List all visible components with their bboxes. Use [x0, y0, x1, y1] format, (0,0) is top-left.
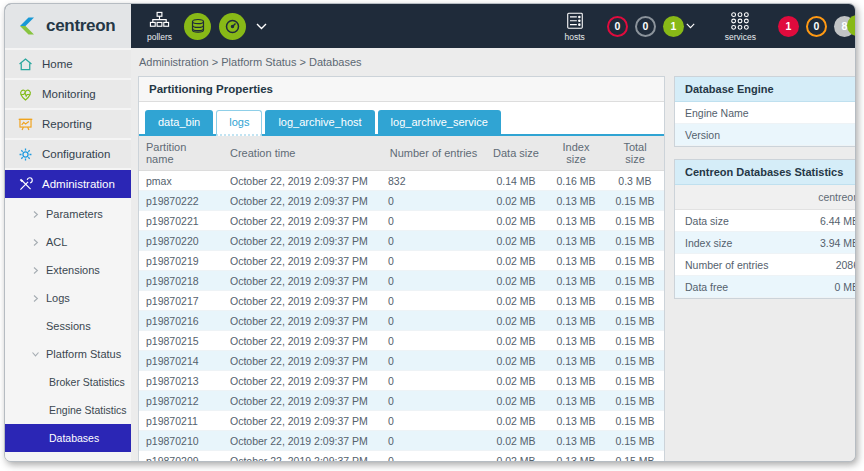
sidebar-item-about[interactable]: About [5, 452, 131, 462]
services-menu[interactable]: services [725, 11, 756, 42]
sidebar-item-label: Administration [42, 178, 115, 190]
cell-partition-name: pmax [139, 171, 223, 191]
breadcrumb[interactable]: Administration > Platform Status > Datab… [131, 48, 855, 76]
sidebar-item-administration[interactable]: Administration [5, 170, 131, 198]
stat-row: Data size 6.44 MB [675, 210, 855, 232]
cell-partition-name: p19870213 [139, 371, 223, 391]
table-row: p19870220 October 22, 2019 2:09:37 PM 0 … [139, 231, 664, 251]
sidebar-item-logs[interactable]: Logs [5, 284, 131, 312]
cell-creation-time: October 22, 2019 2:09:37 PM [223, 191, 381, 211]
database-icon [190, 18, 206, 34]
cell-index-size: 0.13 MB [546, 351, 606, 371]
chevron-right-icon [31, 265, 40, 276]
partition-table: Partition nameCreation timeNumber of ent… [139, 136, 664, 462]
cell-data-size: 0.02 MB [486, 291, 546, 311]
hosts-up-badge[interactable]: 1 [663, 16, 684, 37]
sidebar-item-engine-statistics[interactable]: Engine Statistics [5, 396, 131, 424]
cell-partition-name: p19870222 [139, 191, 223, 211]
table-row: p19870215 October 22, 2019 2:09:37 PM 0 … [139, 331, 664, 351]
cell-number-of-entries: 0 [381, 311, 486, 331]
cell-number-of-entries: 832 [381, 171, 486, 191]
cell-total-size: 0.3 MB [606, 171, 664, 191]
sidebar-item-broker-statistics[interactable]: Broker Statistics [5, 368, 131, 396]
sidebar-item-label: About [46, 460, 75, 462]
cell-partition-name: p19870220 [139, 231, 223, 251]
cell-number-of-entries: 0 [381, 191, 486, 211]
logo[interactable]: centreon [5, 4, 131, 48]
pollers-label: pollers [147, 32, 172, 42]
hosts-menu[interactable]: hosts [564, 11, 584, 42]
sidebar-item-label: Databases [49, 432, 99, 444]
cell-data-size: 0.02 MB [486, 391, 546, 411]
table-header-row: Partition nameCreation timeNumber of ent… [139, 136, 664, 171]
table-row: p19870212 October 22, 2019 2:09:37 PM 0 … [139, 391, 664, 411]
cell-data-size: 0.02 MB [486, 371, 546, 391]
sidebar-item-reporting[interactable]: Reporting [5, 110, 131, 138]
sidebar-item-platform-status[interactable]: Platform Status [5, 340, 131, 368]
hosts-dropdown-toggle[interactable] [686, 23, 695, 29]
column-header: Number of entries [381, 136, 486, 171]
services-warning-badge[interactable]: 0 [806, 16, 827, 37]
sidebar-item-label: Platform Status [46, 348, 121, 360]
cell-total-size: 0.15 MB [606, 451, 664, 463]
hosts-unreachable-badge[interactable]: 0 [635, 16, 656, 37]
cell-total-size: 0.15 MB [606, 391, 664, 411]
tab-logs[interactable]: logs [216, 110, 262, 136]
table-row: p19870216 October 22, 2019 2:09:37 PM 0 … [139, 311, 664, 331]
cell-total-size: 0.15 MB [606, 411, 664, 431]
sidebar-item-label: Extensions [46, 264, 100, 276]
main-content: Administration > Platform Status > Datab… [131, 48, 855, 462]
stats-rows: Data size 6.44 MB Index size 3.94 MB [675, 210, 855, 298]
column-header: Data size [486, 136, 546, 171]
tab-log-archive-host[interactable]: log_archive_host [265, 110, 374, 134]
panel-title: Centreon Databases Statistics [675, 160, 855, 185]
cell-creation-time: October 22, 2019 2:09:37 PM [223, 411, 381, 431]
database-status-button[interactable] [184, 13, 211, 40]
cell-total-size: 0.15 MB [606, 231, 664, 251]
sidebar-item-sessions[interactable]: Sessions [5, 312, 131, 340]
stat-row: Index size 3.94 MB [675, 232, 855, 254]
chevron-down-icon [256, 23, 267, 30]
table-row: p19870211 October 22, 2019 2:09:37 PM 0 … [139, 411, 664, 431]
sidebar-item-label: Monitoring [42, 88, 96, 100]
gauge-status-button[interactable] [219, 13, 246, 40]
cell-partition-name: p19870214 [139, 351, 223, 371]
cell-partition-name: p19870210 [139, 431, 223, 451]
tab-data-bin[interactable]: data_bin [145, 110, 213, 134]
database-engine-panel: Database Engine Engine Name Version [674, 76, 855, 147]
cell-partition-name: p19870217 [139, 291, 223, 311]
hosts-down-badge[interactable]: 0 [607, 16, 628, 37]
services-critical-badge[interactable]: 1 [778, 16, 799, 37]
poller-dropdown-toggle[interactable] [256, 23, 267, 30]
cell-partition-name: p19870211 [139, 411, 223, 431]
sidebar-item-monitoring[interactable]: Monitoring [5, 80, 131, 108]
cell-number-of-entries: 0 [381, 251, 486, 271]
cell-number-of-entries: 0 [381, 351, 486, 371]
cell-partition-name: p19870212 [139, 391, 223, 411]
sidebar-item-databases[interactable]: Databases [5, 424, 131, 452]
sidebar-item-acl[interactable]: ACL [5, 228, 131, 256]
gauge-icon [224, 18, 241, 35]
pollers-menu[interactable]: pollers [147, 11, 172, 42]
tab-log-archive-service[interactable]: log_archive_service [378, 110, 501, 134]
sidebar-item-configuration[interactable]: Configuration [5, 140, 131, 168]
sidebar-item-label: Sessions [46, 320, 91, 332]
sidebar-item-home[interactable]: Home [5, 50, 131, 78]
panel-title: Partitioning Properties [139, 77, 664, 102]
chevron-down-icon [686, 23, 695, 29]
sidebar-item-label: Configuration [42, 148, 110, 160]
table-row: pmax October 22, 2019 2:09:37 PM 832 0.1… [139, 171, 664, 191]
cell-total-size: 0.15 MB [606, 351, 664, 371]
cell-data-size: 0.02 MB [486, 351, 546, 371]
stat-row: Data free 0 MB [675, 276, 855, 298]
cell-creation-time: October 22, 2019 2:09:37 PM [223, 211, 381, 231]
sidebar-item-parameters[interactable]: Parameters [5, 200, 131, 228]
pollers-icon [149, 11, 170, 31]
cell-creation-time: October 22, 2019 2:09:37 PM [223, 311, 381, 331]
cell-creation-time: October 22, 2019 2:09:37 PM [223, 231, 381, 251]
table-row: p19870210 October 22, 2019 2:09:37 PM 0 … [139, 431, 664, 451]
cell-data-size: 0.02 MB [486, 211, 546, 231]
sidebar-item-extensions[interactable]: Extensions [5, 256, 131, 284]
cell-data-size: 0.14 MB [486, 171, 546, 191]
chevron-right-icon [31, 237, 40, 248]
